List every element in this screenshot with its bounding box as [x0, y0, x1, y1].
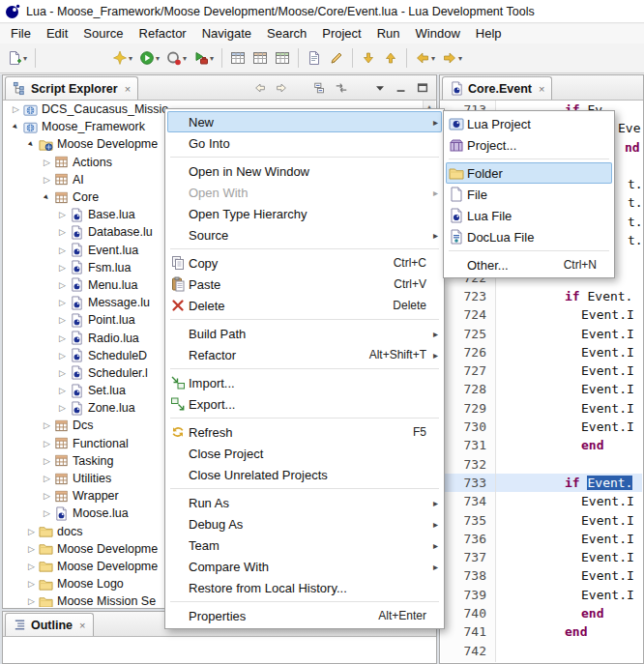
code-line-736[interactable]: 736Event.I [441, 530, 642, 548]
menubar-refactor[interactable]: Refactor [132, 24, 194, 43]
tree-collapsed-arrow-icon[interactable]: ▷ [56, 210, 69, 219]
menubar-edit[interactable]: Edit [39, 24, 75, 43]
menubar-help[interactable]: Help [468, 24, 510, 43]
table-view-2-button[interactable] [249, 43, 271, 72]
table-view-1-button[interactable] [227, 43, 249, 72]
menubar-window[interactable]: Window [408, 24, 468, 43]
tree-collapsed-arrow-icon[interactable]: ▷ [25, 579, 38, 589]
menu-item-close-unrelated-projects[interactable]: Close Unrelated Projects [167, 464, 442, 485]
code-line-739[interactable]: 739Event.I [441, 586, 642, 604]
code-line-729[interactable]: 729Event.I [441, 399, 642, 418]
close-view-icon[interactable]: × [79, 620, 85, 631]
menu-item-properties[interactable]: PropertiesAlt+Enter [167, 605, 442, 626]
tree-expanded-arrow-icon[interactable]: ▸ [23, 136, 39, 152]
back-history-button[interactable]: ▾ [412, 43, 438, 72]
code-line-743[interactable]: 743if Event.ta [441, 660, 642, 662]
editor-tab-core-event[interactable]: Core.Event × [442, 76, 552, 100]
mini-back-button[interactable] [249, 77, 271, 99]
tree-collapsed-arrow-icon[interactable]: ▷ [25, 596, 38, 606]
menu-item-open-in-new-window[interactable]: Open in New Window [167, 160, 442, 182]
tree-collapsed-arrow-icon[interactable]: ▷ [41, 420, 53, 430]
previous-annotation-button[interactable] [380, 43, 401, 72]
outline-tab[interactable]: Outline × [5, 613, 94, 636]
close-view-icon[interactable]: × [125, 83, 131, 95]
menu-item-compare-with[interactable]: Compare With▸ [167, 556, 442, 577]
menubar-project[interactable]: Project [314, 24, 368, 43]
tree-expanded-arrow-icon[interactable]: ▸ [8, 119, 23, 134]
tree-expanded-arrow-icon[interactable]: ▸ [39, 189, 54, 205]
tree-collapsed-arrow-icon[interactable]: ▷ [56, 403, 69, 413]
menu-item-lua-project[interactable]: Lua Project [446, 113, 612, 134]
tree-collapsed-arrow-icon[interactable]: ▷ [41, 158, 53, 167]
code-line-738[interactable]: 738Event.I [441, 566, 642, 585]
code-line-732[interactable]: 732 [441, 455, 642, 474]
new-wizard-button[interactable]: ▾ [4, 43, 30, 72]
dropdown-arrow-icon[interactable]: ▾ [23, 54, 27, 63]
run-button[interactable]: ▾ [136, 43, 162, 72]
code-line-737[interactable]: 737Event.I [441, 548, 642, 566]
open-page-button[interactable] [304, 43, 325, 72]
table-view-3-button[interactable] [272, 43, 293, 72]
menu-item-run-as[interactable]: Run As▸ [167, 492, 442, 513]
code-line-730[interactable]: 730Event.I [441, 418, 642, 436]
view-menu-button[interactable] [369, 77, 391, 99]
tree-collapsed-arrow-icon[interactable]: ▷ [41, 491, 53, 501]
close-editor-icon[interactable]: × [539, 83, 544, 95]
debug-button[interactable]: ▾ [109, 43, 135, 72]
code-line-741[interactable]: 741end [441, 622, 642, 641]
menu-item-open-type-hierarchy[interactable]: Open Type Hierarchy [167, 203, 442, 224]
menu-item-lua-file[interactable]: Lua File [446, 205, 612, 226]
code-line-733[interactable]: 733if Event. [441, 474, 642, 492]
tree-collapsed-arrow-icon[interactable]: ▷ [41, 474, 53, 483]
run-coverage-button[interactable]: ▾ [163, 43, 190, 72]
dropdown-arrow-icon[interactable]: ▾ [458, 54, 462, 63]
menu-item-export[interactable]: Export... [167, 393, 442, 415]
code-line-727[interactable]: 727Event.I [441, 361, 642, 380]
tree-collapsed-arrow-icon[interactable]: ▷ [41, 175, 53, 185]
menu-item-team[interactable]: Team▸ [167, 534, 442, 556]
menu-item-new[interactable]: New▸ [167, 111, 442, 132]
menu-item-import[interactable]: Import... [167, 372, 442, 393]
dropdown-arrow-icon[interactable]: ▾ [156, 54, 160, 63]
menu-item-file[interactable]: File [446, 184, 612, 205]
tree-collapsed-arrow-icon[interactable]: ▷ [56, 263, 69, 273]
dropdown-arrow-icon[interactable]: ▾ [183, 54, 187, 63]
menu-item-refresh[interactable]: RefreshF5 [167, 421, 442, 443]
menubar-file[interactable]: File [3, 24, 39, 43]
code-line-735[interactable]: 735Event.I [441, 511, 642, 530]
code-line-731[interactable]: 731end [441, 436, 642, 454]
link-editor-button[interactable] [331, 77, 352, 99]
tree-collapsed-arrow-icon[interactable]: ▷ [25, 527, 38, 536]
menu-item-refactor[interactable]: RefactorAlt+Shift+T▸ [167, 344, 442, 365]
code-line-726[interactable]: 726Event.I [441, 343, 642, 361]
external-tools-button[interactable]: ▾ [190, 43, 217, 72]
tree-collapsed-arrow-icon[interactable]: ▷ [25, 562, 38, 571]
menubar-search[interactable]: Search [259, 24, 314, 43]
tree-collapsed-arrow-icon[interactable]: ▷ [10, 104, 22, 114]
dropdown-arrow-icon[interactable]: ▾ [431, 54, 435, 63]
menu-item-open-with[interactable]: Open With▸ [167, 182, 442, 203]
tree-collapsed-arrow-icon[interactable]: ▷ [41, 456, 53, 466]
tree-collapsed-arrow-icon[interactable]: ▷ [56, 315, 69, 325]
menu-item-go-into[interactable]: Go Into [167, 132, 442, 154]
dropdown-arrow-icon[interactable]: ▾ [210, 54, 214, 63]
menu-item-source[interactable]: Source▸ [167, 224, 442, 245]
menu-item-project[interactable]: Project... [446, 134, 612, 156]
mark-occurrences-button[interactable] [326, 43, 347, 72]
tree-collapsed-arrow-icon[interactable]: ▷ [56, 227, 69, 237]
code-line-734[interactable]: 734Event.I [441, 492, 642, 510]
menu-item-delete[interactable]: DeleteDelete [167, 295, 442, 316]
code-line-742[interactable]: 742 [441, 642, 642, 660]
menu-item-build-path[interactable]: Build Path▸ [167, 323, 442, 344]
collapse-all-button[interactable] [309, 77, 331, 99]
tree-collapsed-arrow-icon[interactable]: ▷ [56, 368, 69, 378]
code-line-723[interactable]: 723if Event. [441, 287, 642, 305]
tree-collapsed-arrow-icon[interactable]: ▷ [56, 333, 69, 343]
tree-collapsed-arrow-icon[interactable]: ▷ [56, 298, 69, 307]
script-explorer-tab[interactable]: Script Explorer × [5, 76, 138, 100]
mini-forward-button[interactable] [271, 77, 292, 99]
next-annotation-button[interactable] [358, 43, 379, 72]
code-line-740[interactable]: 740end [441, 604, 642, 622]
menu-item-paste[interactable]: PasteCtrl+V [167, 274, 442, 295]
menu-item-debug-as[interactable]: Debug As▸ [167, 513, 442, 534]
